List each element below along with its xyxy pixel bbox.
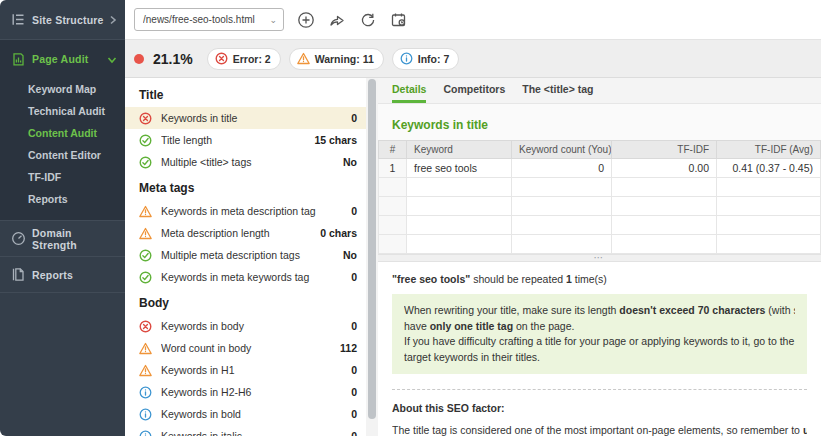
audit-row-label: Word count in body [161,342,340,354]
audit-row-value: 0 [351,320,357,332]
audit-row[interactable]: Keywords in H2-H60 [125,381,367,403]
column-header[interactable]: TF-IDF (Avg) [717,141,821,159]
table-row-empty [379,235,821,254]
column-header[interactable]: Keyword [407,141,512,159]
error-icon [215,52,228,65]
share-button[interactable] [327,10,346,29]
page-audit-icon [10,51,26,67]
page-audit-subnav: Keyword MapTechnical AuditContent AuditC… [0,78,125,210]
audit-row-label: Meta description length [161,227,320,239]
column-header[interactable]: # [379,141,407,159]
sidebar-item-content-audit[interactable]: Content Audit [0,122,125,144]
factor-header: Keywords in title [378,104,821,140]
table-row[interactable]: 1free seo tools00.000.41 (0.37 - 0.45) [379,159,821,178]
page-audit-section: Page Audit Keyword MapTechnical AuditCon… [0,40,125,221]
keywords-table: #KeywordKeyword count (You)▼TF-IDFTF-IDF… [378,140,821,254]
audit-row-value: 0 [351,271,357,283]
audit-row[interactable]: Keywords in italic0 [125,425,367,436]
column-header[interactable]: Keyword count (You)▼ [512,141,612,159]
audit-row[interactable]: Keywords in title0 [125,107,367,129]
page-url-select[interactable]: /news/free-seo-tools.html ⌄ [134,8,284,31]
advice-area: "free seo tools" should be repeated 1 ti… [378,262,821,436]
text-line: The title tag is considered one of the m… [392,423,807,436]
sidebar-item-label: Reports [32,269,73,281]
audit-row-value: 0 [351,386,357,398]
audit-row-label: Keywords in meta keywords tag [161,271,351,283]
sidebar-item-tf-idf[interactable]: TF-IDF [0,166,125,188]
advice-box: When rewriting your title, make sure its… [392,294,807,374]
audit-section-title: Body [125,288,367,315]
about-text: The title tag is considered one of the m… [392,423,807,436]
scrollbar-thumb[interactable] [368,79,376,419]
factor-title: Keywords in title [392,118,488,132]
info-icon [139,430,152,436]
audit-row[interactable]: Multiple <title> tagsNo [125,151,367,173]
table-row-empty [379,216,821,235]
text-line: When rewriting your title, make sure its… [404,303,795,319]
warning-icon [139,227,152,240]
table-splitter-handle[interactable]: ⋯ [378,254,821,262]
topbar: /news/free-seo-tools.html ⌄ [125,0,821,40]
table-row-empty [379,197,821,216]
about-heading: About this SEO factor: [392,402,807,414]
site-structure-icon [10,12,26,28]
audit-row[interactable]: Keywords in body0 [125,315,367,337]
sidebar-item-label: Site Structure [32,14,104,26]
info-icon [139,408,152,421]
column-header[interactable]: TF-IDF [612,141,717,159]
table-cell: 0.00 [612,159,717,178]
audit-row[interactable]: Title length15 chars [125,129,367,151]
badge-info[interactable]: Info: 7 [392,48,460,70]
success-icon [139,156,152,169]
sidebar: Site Structure Page Audit Keyword MapTec… [0,0,125,436]
add-page-button[interactable] [296,10,315,29]
audit-row[interactable]: Word count in body112 [125,337,367,359]
audit-row-label: Keywords in title [161,112,351,124]
info-icon [139,386,152,399]
app-window: Site Structure Page Audit Keyword MapTec… [0,0,821,436]
sidebar-item-technical-audit[interactable]: Technical Audit [0,100,125,122]
tab-the-title-tag[interactable]: The <title> tag [522,83,593,103]
audit-row[interactable]: Keywords in meta description tag0 [125,200,367,222]
audit-row[interactable]: Meta description length0 chars [125,222,367,244]
tab-details[interactable]: Details [392,83,426,103]
text-line: target keywords in their titles. [404,350,795,366]
success-icon [139,134,152,147]
optimization-score-dot [134,54,144,64]
badge-label: Warning: 11 [315,53,374,65]
audit-row[interactable]: Multiple meta description tagsNo [125,244,367,266]
topbar-actions [296,10,408,29]
sidebar-item-content-editor[interactable]: Content Editor [0,144,125,166]
sidebar-item-label: Domain Strength [32,227,117,251]
audit-row[interactable]: Keywords in meta keywords tag0 [125,266,367,288]
sidebar-item-label: Page Audit [32,53,88,65]
audit-row-value: 0 [351,205,357,217]
badge-error[interactable]: Error: 2 [207,48,281,70]
reports-icon [10,267,26,283]
keywords-table-body: 1free seo tools00.000.41 (0.37 - 0.45) [379,159,821,254]
sidebar-item-domain-strength[interactable]: Domain Strength [0,221,125,257]
badge-label: Info: 7 [418,53,450,65]
sidebar-item-page-audit[interactable]: Page Audit [0,40,125,78]
audit-row-label: Keywords in italic [161,430,351,436]
divider [392,389,807,390]
error-icon [139,320,152,333]
sidebar-item-site-structure[interactable]: Site Structure [0,0,125,40]
sidebar-item-reports[interactable]: Reports [0,188,125,210]
keywords-table-head: #KeywordKeyword count (You)▼TF-IDFTF-IDF… [379,141,821,159]
badge-warn[interactable]: Warning: 11 [289,48,384,70]
audit-row[interactable]: Keywords in bold0 [125,403,367,425]
audit-row[interactable]: Keywords in H10 [125,359,367,381]
success-icon [139,271,152,284]
table-cell: free seo tools [407,159,512,178]
sidebar-item-keyword-map[interactable]: Keyword Map [0,78,125,100]
keyword-recommendation: "free seo tools" should be repeated 1 ti… [392,273,807,285]
table-row-empty [379,178,821,197]
chevron-down-icon: ⌄ [269,15,277,25]
refresh-button[interactable] [358,10,377,29]
warning-icon [297,52,310,65]
tab-competitors[interactable]: Competitors [443,83,505,103]
schedule-calendar-button[interactable] [389,10,408,29]
sidebar-item-reports[interactable]: Reports [0,257,125,293]
audit-row-label: Title length [161,134,314,146]
